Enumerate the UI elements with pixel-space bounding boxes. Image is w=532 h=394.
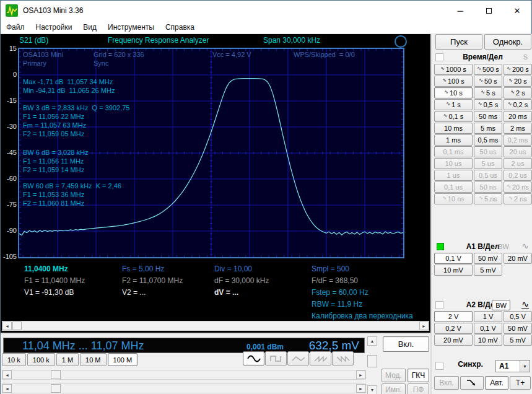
bandpass-button: ПФ: [408, 383, 429, 394]
time-div-button[interactable]: 5 s: [474, 87, 502, 98]
sweep-indicator-icon: [395, 35, 407, 48]
band-button[interactable]: 10 k: [2, 353, 26, 366]
a2-bw-button[interactable]: BW: [492, 300, 510, 310]
frequency-slider[interactable]: ◄ ►: [2, 370, 366, 380]
time-div-button[interactable]: 1 s: [434, 99, 473, 110]
device-mode-label: Primary: [23, 59, 46, 67]
time-div-button[interactable]: 10 s: [434, 87, 473, 98]
scroll-up-icon[interactable]: ▲: [367, 336, 377, 346]
band-button[interactable]: 100 M: [108, 353, 138, 366]
slider-thumb[interactable]: [51, 384, 61, 393]
band-button[interactable]: 1 M: [56, 353, 79, 366]
time-div-button[interactable]: 20 ms: [504, 111, 532, 122]
f1-readout: F1 = 11,0400 MHz: [24, 276, 85, 285]
sync-source-select[interactable]: A1 ▼: [495, 360, 530, 372]
a2-volt-div-button[interactable]: 2 V: [434, 311, 473, 322]
band-button[interactable]: 10 M: [80, 353, 106, 366]
menu-settings[interactable]: Настройки: [30, 21, 78, 33]
time-div-button: 0,1 us: [434, 182, 473, 193]
trigger-tplus-button[interactable]: Т+: [510, 376, 531, 390]
menu-help[interactable]: Справка: [160, 21, 200, 33]
scrollbar-thumb[interactable]: [367, 355, 377, 367]
time-div-button[interactable]: 1 ms: [434, 134, 473, 146]
menu-view[interactable]: Вид: [77, 21, 102, 33]
chevron-down-icon[interactable]: ▼: [520, 361, 530, 372]
a2-volt-div-button[interactable]: 5 mV: [504, 335, 532, 346]
a2-volt-div-button[interactable]: 0,2 V: [434, 323, 473, 334]
time-div-button: 10 ns: [434, 193, 473, 204]
time-div-button[interactable]: 2 s: [504, 87, 532, 98]
fstep-readout: Fstep = 60,00 Hz: [312, 288, 368, 297]
a1-volt-div-button[interactable]: 20 mV: [504, 253, 532, 264]
level-slider[interactable]: ◄ ►: [2, 383, 366, 393]
single-button[interactable]: Однокр.: [484, 34, 531, 50]
start-button[interactable]: Пуск: [435, 34, 482, 50]
output-on-button[interactable]: Вкл.: [383, 336, 429, 352]
a2-volt-div-button[interactable]: 1 V: [474, 311, 502, 322]
a2-volt-div-button[interactable]: 0,1 V: [474, 323, 502, 334]
time-div-button[interactable]: 50 ms: [474, 111, 502, 122]
a2-coupling-icon[interactable]: ∿: [521, 300, 529, 309]
marker-frequency: 11,0400 MHz: [24, 265, 68, 273]
slider-right-icon[interactable]: ►: [356, 370, 365, 379]
span-label: Span 30,000 kHz: [263, 36, 320, 45]
a1-label: A1 В/Дел: [432, 242, 532, 251]
trigger-slope-button[interactable]: [460, 376, 484, 390]
y-tick: -15: [1, 97, 17, 104]
minimize-button[interactable]: ─: [446, 1, 474, 20]
time-div-button[interactable]: 0,5 s: [474, 99, 502, 110]
time-div-button[interactable]: 1000 s: [434, 64, 473, 75]
close-button[interactable]: ✕: [503, 1, 531, 20]
time-div-button[interactable]: 0,5 ms: [474, 134, 502, 146]
time-div-button[interactable]: 200 s: [504, 64, 532, 75]
time-div-button[interactable]: 20 s: [504, 76, 532, 87]
a2-volt-div-button[interactable]: 50 mV: [504, 323, 532, 334]
slider-left-icon[interactable]: ◄: [2, 384, 12, 393]
slider-left-icon[interactable]: ◄: [2, 370, 12, 379]
time-div-button: 0,2 ms: [504, 134, 532, 146]
a1-volt-div-button[interactable]: 0,1 V: [434, 253, 473, 264]
level-scrollbar[interactable]: ▲ ▼: [367, 336, 378, 394]
a2-volt-div-button[interactable]: 0,5 V: [504, 311, 532, 322]
falling-edge-icon: [466, 379, 478, 387]
trigger-auto-button[interactable]: Авт.: [485, 376, 508, 390]
a1-grid: 0,1 V50 mV20 mV10 mV5 mV: [434, 253, 532, 276]
time-div-button: 20 ns: [504, 182, 532, 193]
ramp-up-icon: [314, 355, 328, 362]
calibration-label: Калибровка два переходника: [312, 312, 413, 320]
scroll-down-icon[interactable]: ▼: [367, 385, 377, 394]
a1-volt-div-button[interactable]: 5 mV: [474, 265, 502, 276]
menu-file[interactable]: Файл: [1, 21, 30, 33]
time-div-button[interactable]: 0,1 s: [434, 111, 473, 122]
time-div-button[interactable]: 50 s: [474, 76, 502, 87]
time-div-button[interactable]: 2 ms: [504, 123, 532, 134]
time-div-button[interactable]: 100 s: [434, 76, 473, 87]
plot-scrollbar[interactable]: ◄ ►: [2, 321, 429, 331]
time-div-button[interactable]: 5 ms: [474, 123, 502, 134]
scrollbar-thumb[interactable]: [12, 322, 22, 330]
scroll-right-icon[interactable]: ►: [419, 322, 429, 330]
sync-label: Sync: [94, 59, 108, 67]
a1-volt-div-button[interactable]: 10 mV: [434, 265, 473, 276]
band-button[interactable]: 100 k: [27, 353, 55, 366]
time-div-button[interactable]: 10 ms: [434, 123, 473, 134]
maximize-button[interactable]: [474, 1, 503, 20]
fdf-readout: F/dF = 368,50: [312, 276, 358, 285]
scroll-left-icon[interactable]: ◄: [2, 322, 12, 330]
sweep-gen-button[interactable]: ГКЧ: [408, 369, 429, 382]
bw60-f1: F1 = 11,053 36 MHz: [23, 191, 84, 198]
v2-readout: V2 = ...: [122, 288, 146, 297]
time-div-button[interactable]: 0,2 s: [504, 99, 532, 110]
ramp-down-icon: [336, 355, 350, 362]
sine-wave-button[interactable]: [243, 351, 264, 366]
a2-volt-div-button[interactable]: 20 mV: [434, 335, 473, 346]
plot-canvas[interactable]: OSA103 Mini Primary Grid = 620 x 336 Syn…: [18, 48, 404, 258]
slider-thumb[interactable]: [51, 370, 61, 379]
time-div-button: 0,5 us: [474, 170, 502, 181]
slider-right-icon[interactable]: ►: [356, 384, 365, 393]
y-tick: 15: [1, 45, 17, 52]
a2-volt-div-button[interactable]: 10 mV: [474, 335, 502, 346]
a1-volt-div-button[interactable]: 50 mV: [474, 253, 502, 264]
menu-tools[interactable]: Инструменты: [102, 21, 160, 33]
time-div-button[interactable]: 500 s: [474, 64, 502, 75]
